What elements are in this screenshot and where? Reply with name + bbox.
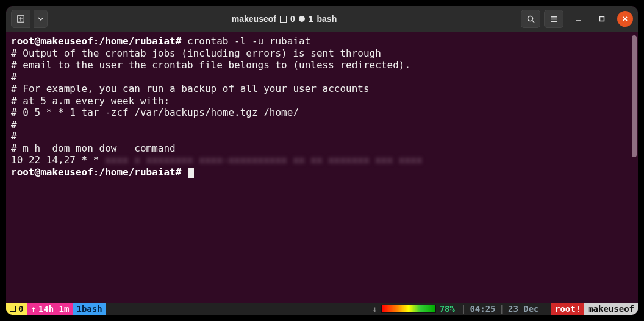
status-date: 23 Dec — [508, 303, 539, 315]
status-load-gradient — [381, 305, 436, 313]
search-button[interactable] — [521, 10, 540, 28]
title-pane-index: 0 — [290, 14, 295, 24]
session-box-icon — [10, 306, 16, 312]
pane-indicator-icon — [280, 16, 287, 23]
battery-percent: 78% — [440, 304, 455, 314]
terminal-line: # Output of the crontab jobs (including … — [11, 48, 633, 60]
svg-rect-9 — [600, 17, 604, 21]
terminal-line: 10 22 14,27 * * xxxx x xxxxxxxx xxxx-xxx… — [11, 154, 633, 166]
status-time: 04:25 — [470, 303, 495, 315]
status-bar: 0 ↑14h 1m 1 bash ↓ 78% | 04:25 | 23 Dec … — [6, 303, 638, 315]
terminal-line: # For example, you can run a backup of a… — [11, 83, 633, 95]
search-icon — [526, 15, 535, 24]
status-separator: | — [496, 303, 508, 315]
tab-number: 1 — [76, 304, 81, 314]
close-button[interactable] — [617, 11, 633, 27]
tab-name: bash — [82, 304, 102, 314]
minimize-icon — [575, 15, 582, 23]
close-icon — [621, 15, 629, 23]
new-tab-icon — [16, 15, 25, 23]
scrollbar[interactable] — [632, 35, 637, 157]
terminal-line: # 0 5 * * 1 tar -zcf /var/backups/home.t… — [11, 107, 633, 119]
svg-line-4 — [532, 20, 534, 23]
title-tab-index: 1 — [309, 14, 313, 24]
maximize-button[interactable] — [594, 11, 610, 27]
new-tab-dropdown[interactable] — [34, 10, 48, 28]
download-arrow-icon: ↓ — [372, 304, 377, 314]
terminal-line: # — [11, 119, 633, 131]
active-indicator-icon — [299, 16, 305, 22]
status-separator: | — [457, 303, 470, 315]
status-separator — [539, 303, 551, 315]
uptime-value: 14h 1m — [38, 304, 70, 314]
titlebar-right — [521, 10, 633, 28]
status-spacer: ↓ — [106, 303, 380, 315]
titlebar: makeuseof 0 1 bash — [6, 6, 638, 32]
session-index: 0 — [18, 304, 23, 314]
terminal-window: makeuseof 0 1 bash — [6, 6, 638, 315]
status-host: makeuseof — [584, 303, 638, 315]
prompt-user: root@makeuseof — [11, 166, 93, 178]
terminal-line: root@makeuseof:/home/rubaiat# crontab -l… — [11, 35, 633, 48]
maximize-icon — [598, 15, 606, 23]
terminal-line: root@makeuseof:/home/rubaiat# — [11, 166, 633, 178]
cron-schedule: 10 22 14,27 * * — [11, 154, 105, 166]
terminal-line: # — [11, 130, 633, 143]
status-user: root! — [551, 303, 584, 315]
status-host-label: makeuseof — [588, 304, 634, 314]
redacted-command: xxxx x xxxxxxxx xxxx-xxxxxxxxxx xx xx xx… — [105, 154, 422, 166]
window-title: makeuseof 0 1 bash — [51, 14, 517, 24]
terminal-viewport[interactable]: root@makeuseof:/home/rubaiat# crontab -l… — [6, 32, 638, 303]
menu-button[interactable] — [544, 10, 564, 28]
terminal-line: # at 5 a.m every week with: — [11, 95, 633, 107]
status-battery: 78% — [437, 303, 457, 315]
status-session-index[interactable]: 0 — [6, 303, 27, 315]
cursor-icon — [188, 168, 194, 178]
title-app: makeuseof — [232, 14, 276, 24]
title-shell: bash — [317, 14, 337, 24]
arrow-up-icon: ↑ — [30, 304, 35, 314]
hamburger-icon — [549, 15, 559, 24]
prompt-command: crontab -l -u rubaiat — [181, 35, 310, 47]
new-tab-button[interactable] — [11, 10, 30, 28]
titlebar-left — [11, 10, 48, 28]
prompt-user: root@makeuseof — [11, 35, 93, 47]
status-tab[interactable]: 1 bash — [73, 303, 106, 315]
status-user-label: root! — [555, 304, 581, 314]
svg-point-3 — [528, 16, 532, 21]
chevron-down-icon — [38, 16, 44, 22]
terminal-line: # m h dom mon dow command — [11, 143, 633, 155]
terminal-line: # email to the user the crontab file bel… — [11, 59, 633, 71]
terminal-line: # — [11, 71, 633, 83]
prompt-path: :/home/rubaiat# — [93, 166, 182, 178]
prompt-path: :/home/rubaiat# — [93, 35, 182, 47]
status-uptime: ↑14h 1m — [27, 303, 73, 315]
minimize-button[interactable] — [571, 11, 587, 27]
